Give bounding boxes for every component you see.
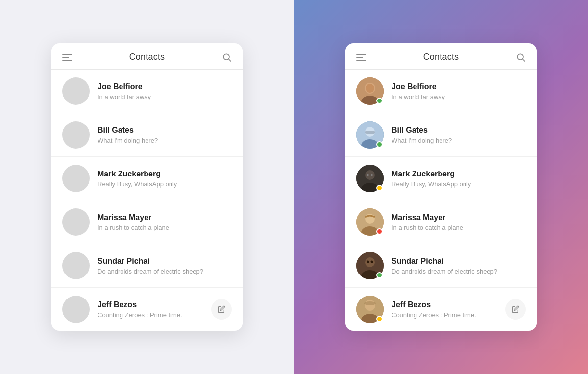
status-dot: [376, 272, 383, 278]
contact-info: Jeff Bezos Counting Zeroes : Prime time.: [392, 300, 500, 319]
svg-point-2: [517, 54, 523, 60]
avatar-wrapper: [356, 165, 384, 192]
list-item[interactable]: Joe Belfiore In a world far away: [345, 70, 537, 113]
svg-point-21: [365, 257, 375, 267]
list-item[interactable]: Sundar Pichai Do androids dream of elect…: [345, 244, 537, 288]
svg-line-1: [229, 59, 231, 61]
svg-point-16: [371, 174, 373, 176]
status-dot: [376, 141, 383, 148]
right-contact-list: Joe Belfiore In a world far away: [345, 70, 537, 331]
contact-info: Jeff Bezos Counting Zeroes : Prime time.: [98, 300, 206, 319]
left-card-header: Contacts: [51, 43, 243, 70]
avatar: [62, 165, 90, 192]
contact-status: What I'm doing here?: [98, 137, 232, 144]
contact-status: Really Busy, WhatsApp only: [392, 180, 526, 188]
avatar-wrapper: [356, 296, 384, 323]
contact-info: Bill Gates What I'm doing here?: [392, 126, 526, 144]
contact-status: In a world far away: [392, 93, 526, 100]
contact-status: In a world far away: [98, 93, 232, 100]
avatar-wrapper: [356, 208, 384, 236]
svg-point-24: [371, 261, 373, 263]
svg-line-3: [523, 59, 525, 61]
contact-status: Counting Zeroes : Prime time.: [392, 311, 500, 319]
status-dot: [376, 316, 383, 322]
contact-status: What I'm doing here?: [392, 137, 526, 144]
left-menu-icon[interactable]: [62, 54, 72, 61]
contact-name: Joe Belfiore: [392, 82, 526, 91]
contact-name: Marissa Mayer: [392, 213, 526, 222]
contact-name: Mark Zuckerberg: [98, 170, 232, 178]
contact-status: Really Busy, WhatsApp only: [98, 180, 232, 188]
contact-name: Joe Belfiore: [98, 82, 232, 91]
list-item[interactable]: Jeff Bezos Counting Zeroes : Prime time.: [51, 288, 243, 331]
contact-status: In a rush to catch a plane: [98, 224, 232, 231]
list-item[interactable]: Sundar Pichai Do androids dream of elect…: [51, 244, 243, 288]
svg-point-23: [367, 261, 369, 263]
avatar: [62, 77, 90, 105]
avatar: [62, 121, 90, 149]
list-item[interactable]: Mark Zuckerberg Really Busy, WhatsApp on…: [345, 157, 537, 200]
contact-info: Joe Belfiore In a world far away: [392, 82, 526, 100]
list-item[interactable]: Marissa Mayer In a rush to catch a plane: [51, 200, 243, 244]
list-item[interactable]: Marissa Mayer In a rush to catch a plane: [345, 200, 537, 244]
contact-info: Marissa Mayer In a rush to catch a plane: [98, 213, 232, 231]
avatar: [62, 208, 90, 236]
contact-name: Jeff Bezos: [392, 300, 500, 309]
right-panel: Contacts: [294, 0, 588, 374]
contact-info: Mark Zuckerberg Really Busy, WhatsApp on…: [392, 170, 526, 188]
avatar: [62, 252, 90, 279]
status-dot: [376, 98, 383, 104]
contact-status: Do androids dream of electric sheep?: [98, 268, 232, 275]
contact-name: Jeff Bezos: [98, 300, 206, 309]
avatar-wrapper: [356, 121, 384, 149]
contact-name: Bill Gates: [98, 126, 232, 135]
left-panel: Contacts Joe Belfiore In a world far awa…: [0, 0, 294, 374]
right-menu-icon[interactable]: [356, 54, 366, 61]
left-contact-list: Joe Belfiore In a world far away Bill Ga…: [51, 70, 243, 331]
svg-rect-11: [365, 131, 375, 134]
avatar: [62, 296, 90, 323]
contact-info: Bill Gates What I'm doing here?: [98, 126, 232, 144]
left-contacts-card: Contacts Joe Belfiore In a world far awa…: [51, 43, 243, 331]
left-search-icon[interactable]: [222, 52, 232, 62]
contact-name: Bill Gates: [392, 126, 526, 135]
svg-point-0: [223, 54, 229, 60]
list-item[interactable]: Mark Zuckerberg Really Busy, WhatsApp on…: [51, 157, 243, 200]
contact-info: Sundar Pichai Do androids dream of elect…: [98, 257, 232, 275]
avatar-wrapper: [356, 252, 384, 279]
contact-name: Sundar Pichai: [392, 257, 526, 266]
contact-info: Sundar Pichai Do androids dream of elect…: [392, 257, 526, 275]
contact-name: Mark Zuckerberg: [392, 170, 526, 178]
svg-point-7: [366, 84, 374, 93]
right-contacts-card: Contacts: [345, 43, 537, 331]
status-dot: [376, 228, 383, 235]
edit-button[interactable]: [505, 299, 526, 320]
contact-info: Joe Belfiore In a world far away: [98, 82, 232, 100]
contact-info: Marissa Mayer In a rush to catch a plane: [392, 213, 526, 231]
status-dot: [376, 185, 383, 191]
contact-status: Do androids dream of electric sheep?: [392, 268, 526, 275]
left-card-title: Contacts: [129, 52, 165, 62]
right-card-header: Contacts: [345, 43, 537, 70]
contact-status: Counting Zeroes : Prime time.: [98, 311, 206, 319]
list-item[interactable]: Bill Gates What I'm doing here?: [345, 113, 537, 157]
svg-point-15: [367, 174, 369, 176]
list-item[interactable]: Bill Gates What I'm doing here?: [51, 113, 243, 157]
list-item[interactable]: Joe Belfiore In a world far away: [51, 70, 243, 113]
avatar-wrapper: [356, 77, 384, 105]
contact-name: Marissa Mayer: [98, 213, 232, 222]
contact-name: Sundar Pichai: [98, 257, 232, 266]
right-search-icon[interactable]: [516, 52, 526, 62]
right-card-title: Contacts: [423, 52, 459, 62]
contact-status: In a rush to catch a plane: [392, 224, 526, 231]
edit-button[interactable]: [211, 299, 232, 320]
list-item[interactable]: Jeff Bezos Counting Zeroes : Prime time.: [345, 288, 537, 331]
svg-point-28: [364, 301, 376, 305]
svg-point-13: [365, 170, 375, 180]
contact-info: Mark Zuckerberg Really Busy, WhatsApp on…: [98, 170, 232, 188]
